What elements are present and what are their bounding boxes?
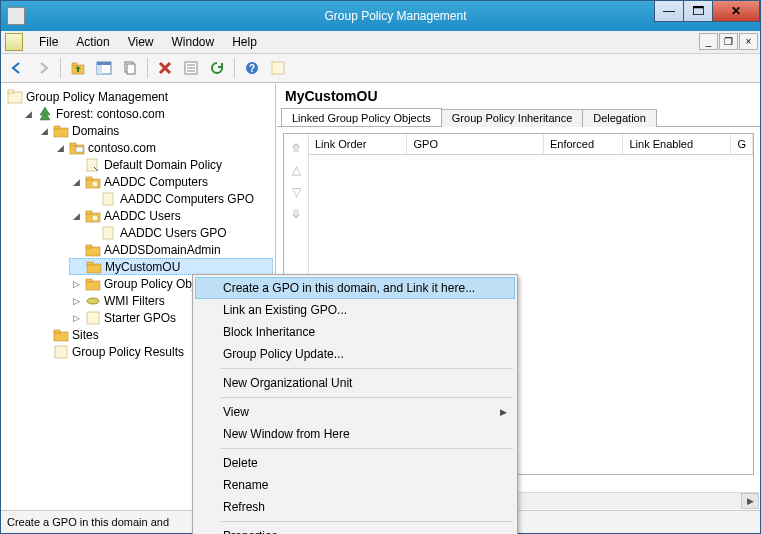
move-top-icon[interactable]: ⤊: [291, 142, 301, 154]
tree-forest[interactable]: ◢ Forest: contoso.com: [21, 105, 273, 122]
tree-domain[interactable]: ◢ contoso.com: [53, 139, 273, 156]
ctx-create-gpo[interactable]: Create a GPO in this domain, and Link it…: [195, 277, 515, 299]
tab-inheritance[interactable]: Group Policy Inheritance: [441, 109, 583, 127]
tree-mycustomou[interactable]: MyCustomOU: [69, 258, 273, 275]
menu-view[interactable]: View: [120, 33, 162, 51]
svg-rect-1: [72, 63, 77, 66]
tree-aaddc-users-gpo[interactable]: AADDC Users GPO: [85, 224, 273, 241]
minimize-button[interactable]: —: [654, 1, 684, 22]
ctx-view[interactable]: View: [195, 401, 515, 423]
forest-icon: [37, 106, 53, 122]
title-bar: Group Policy Management — 🗖 ✕: [1, 1, 760, 31]
expand-placeholder: [71, 244, 82, 255]
wmi-icon: [85, 293, 101, 309]
ctx-properties[interactable]: Properties: [195, 525, 515, 534]
ou-icon: [86, 259, 102, 275]
collapse-icon[interactable]: ◢: [55, 142, 66, 153]
collapse-icon[interactable]: ◢: [23, 108, 34, 119]
tree-domains[interactable]: ◢ Domains: [37, 122, 273, 139]
menu-file[interactable]: File: [31, 33, 66, 51]
svg-rect-38: [54, 330, 60, 333]
expand-placeholder: [71, 159, 82, 170]
tree-label: WMI Filters: [104, 294, 165, 308]
svg-rect-17: [54, 126, 60, 129]
tree-aaddc-computers-gpo[interactable]: AADDC Computers GPO: [85, 190, 273, 207]
collapse-icon[interactable]: ◢: [39, 125, 50, 136]
ou-icon: [85, 242, 101, 258]
refresh-button[interactable]: [205, 56, 229, 80]
copy-button[interactable]: [118, 56, 142, 80]
expand-placeholder: [39, 329, 50, 340]
ctx-separator: [221, 521, 513, 522]
ctx-rename[interactable]: Rename: [195, 474, 515, 496]
ctx-delete[interactable]: Delete: [195, 452, 515, 474]
ctx-link-existing[interactable]: Link an Existing GPO...: [195, 299, 515, 321]
col-gpo[interactable]: GPO: [407, 134, 543, 154]
move-bottom-icon[interactable]: ⤋: [291, 208, 301, 220]
collapse-icon[interactable]: ◢: [71, 176, 82, 187]
col-enforced[interactable]: Enforced: [544, 134, 623, 154]
expand-icon[interactable]: ▷: [71, 312, 82, 323]
tree-default-policy[interactable]: Default Domain Policy: [69, 156, 273, 173]
tab-linked[interactable]: Linked Group Policy Objects: [281, 108, 442, 126]
menu-action[interactable]: Action: [68, 33, 117, 51]
col-link-order[interactable]: Link Order: [309, 134, 407, 154]
expand-placeholder: [72, 261, 83, 272]
tree-label: AADDC Computers: [104, 175, 208, 189]
tree-aaddc-users[interactable]: ◢ AADDC Users: [69, 207, 273, 224]
ctx-block-inheritance[interactable]: Block Inheritance: [195, 321, 515, 343]
ctx-refresh[interactable]: Refresh: [195, 496, 515, 518]
delete-button[interactable]: [153, 56, 177, 80]
tree-aadds-admin[interactable]: AADDSDomainAdmin: [69, 241, 273, 258]
mdi-close-button[interactable]: ×: [739, 33, 758, 50]
forward-button[interactable]: [31, 56, 55, 80]
svg-point-28: [92, 215, 98, 221]
tab-delegation[interactable]: Delegation: [582, 109, 657, 127]
folder-icon: [85, 276, 101, 292]
tree-root[interactable]: Group Policy Management: [5, 88, 273, 105]
gpo-wizard-button[interactable]: [266, 56, 290, 80]
expand-icon[interactable]: ▷: [71, 295, 82, 306]
svg-rect-33: [87, 262, 93, 265]
gpo-link-icon: [101, 191, 117, 207]
mdi-minimize-button[interactable]: _: [699, 33, 718, 50]
svg-rect-37: [54, 332, 68, 341]
svg-rect-20: [76, 147, 83, 152]
tree-label: Domains: [72, 124, 119, 138]
svg-rect-25: [103, 193, 113, 205]
close-button[interactable]: ✕: [712, 1, 760, 22]
mmc-icon: [5, 33, 23, 51]
move-down-icon[interactable]: ▽: [292, 186, 301, 198]
scroll-right-icon[interactable]: ▶: [741, 493, 759, 509]
svg-rect-3: [97, 62, 111, 65]
collapse-icon[interactable]: ◢: [71, 210, 82, 221]
up-button[interactable]: [66, 56, 90, 80]
menu-help[interactable]: Help: [224, 33, 265, 51]
sites-icon: [53, 327, 69, 343]
tree-label: Forest: contoso.com: [56, 107, 165, 121]
menu-window[interactable]: Window: [164, 33, 223, 51]
show-hide-tree-button[interactable]: [92, 56, 116, 80]
maximize-button[interactable]: 🗖: [683, 1, 713, 22]
properties-button[interactable]: [179, 56, 203, 80]
svg-rect-6: [127, 64, 135, 74]
app-icon: [7, 7, 25, 25]
tree-aaddc-computers[interactable]: ◢ AADDC Computers: [69, 173, 273, 190]
tree-label: AADDC Users GPO: [120, 226, 227, 240]
detail-header: MyCustomOU: [277, 84, 760, 108]
ctx-new-ou[interactable]: New Organizational Unit: [195, 372, 515, 394]
help-button[interactable]: ?: [240, 56, 264, 80]
ctx-gp-update[interactable]: Group Policy Update...: [195, 343, 515, 365]
move-up-icon[interactable]: △: [292, 164, 301, 176]
domain-icon: [69, 140, 85, 156]
ctx-new-window[interactable]: New Window from Here: [195, 423, 515, 445]
expand-icon[interactable]: ▷: [71, 278, 82, 289]
tree-label: Group Policy Results: [72, 345, 184, 359]
tree-label: Starter GPOs: [104, 311, 176, 325]
col-g[interactable]: G: [731, 134, 753, 154]
col-link-enabled[interactable]: Link Enabled: [623, 134, 731, 154]
expand-placeholder: [39, 346, 50, 357]
back-button[interactable]: [5, 56, 29, 80]
mdi-restore-button[interactable]: ❐: [719, 33, 738, 50]
tree-label: contoso.com: [88, 141, 156, 155]
